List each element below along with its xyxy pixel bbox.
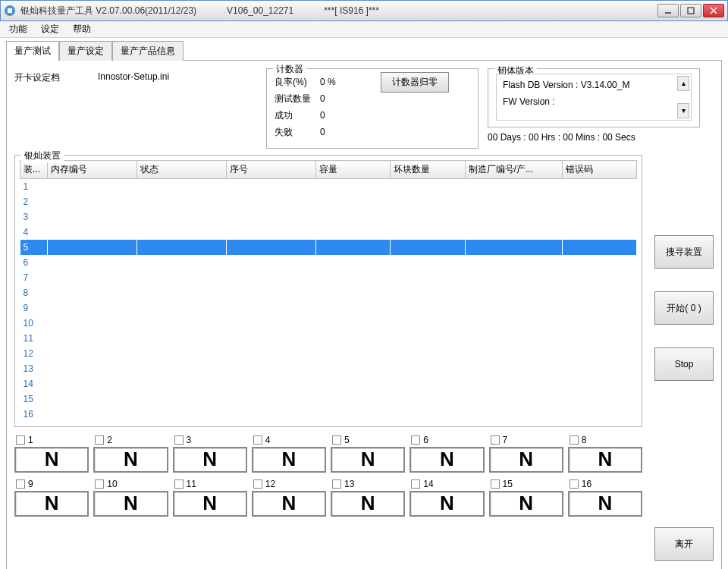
counter-reset-button[interactable]: 计数器归零 [381, 72, 449, 93]
fw-version: FW Version : [503, 94, 685, 111]
table-row[interactable]: 16 [20, 407, 637, 422]
device-col-header[interactable]: 坏块数量 [391, 161, 465, 179]
slot-checkbox[interactable] [491, 435, 500, 445]
slot-status: N [568, 447, 642, 473]
device-col-header[interactable]: 序号 [226, 161, 315, 179]
slot: 4N [252, 433, 326, 473]
device-legend: 银灿装置 [21, 149, 64, 162]
slot-checkbox[interactable] [16, 435, 25, 445]
slot-number: 9 [28, 479, 33, 489]
tab-mp-product[interactable]: 量产产品信息 [112, 41, 184, 61]
tab-mp-setting[interactable]: 量产设定 [59, 41, 112, 61]
slot-number: 3 [187, 435, 192, 445]
device-table: 装...内存编号状态序号容量坏块数量制造厂编号/产...错误码 1 2 3 4 … [20, 160, 637, 422]
slot-checkbox[interactable] [95, 435, 104, 445]
slot: 10N [93, 477, 168, 517]
scroll-up-icon[interactable]: ▴ [677, 76, 689, 91]
slot-status: N [331, 447, 405, 473]
device-col-header[interactable]: 装... [20, 161, 48, 179]
slot: 13N [331, 477, 405, 517]
table-row[interactable]: 5 [20, 240, 637, 255]
slot-number: 8 [582, 435, 587, 445]
slot-checkbox[interactable] [174, 479, 184, 489]
menu-function[interactable]: 功能 [3, 21, 33, 37]
device-fieldset: 银灿装置 装...内存编号状态序号容量坏块数量制造厂编号/产...错误码 1 2… [14, 155, 642, 427]
stop-button[interactable]: Stop [654, 347, 714, 381]
table-row[interactable]: 11 [20, 331, 637, 346]
slot-status: N [93, 447, 168, 473]
slot: 16N [568, 477, 642, 517]
table-row[interactable]: 3 [20, 209, 637, 225]
slot: 8N [568, 433, 642, 473]
slot-number: 11 [187, 479, 196, 489]
start-button[interactable]: 开始( 0 ) [654, 291, 714, 325]
firmware-fieldset: 韧体版本 Flash DB Version : V3.14.00_M FW Ve… [488, 68, 700, 127]
slot-checkbox[interactable] [491, 479, 500, 489]
slot-status: N [252, 491, 326, 517]
slot-checkbox[interactable] [253, 435, 262, 445]
rate-value: 0 % [320, 77, 366, 87]
slot-checkbox[interactable] [411, 479, 420, 489]
slot-checkbox[interactable] [174, 435, 184, 445]
maximize-button[interactable] [680, 4, 701, 17]
tab-mp-test[interactable]: 量产测试 [6, 41, 59, 61]
menu-help[interactable]: 帮助 [67, 21, 97, 37]
table-row[interactable]: 9 [20, 300, 637, 316]
device-col-header[interactable]: 状态 [136, 161, 226, 179]
tested-value: 0 [320, 93, 366, 104]
slot-checkbox[interactable] [570, 435, 579, 445]
exit-button[interactable]: 离开 [654, 527, 714, 561]
tested-label: 测试数量 [275, 93, 320, 105]
slot: 7N [489, 433, 563, 473]
rate-label: 良率(%) [275, 76, 320, 89]
slot-status: N [331, 491, 405, 517]
device-col-header[interactable]: 制造厂编号/产... [465, 161, 562, 179]
side-button-group: 搜寻装置 开始( 0 ) Stop [654, 235, 714, 381]
slot-number: 1 [28, 435, 33, 445]
table-row[interactable]: 15 [20, 391, 637, 407]
setup-file-label: 开卡设定档 [14, 71, 75, 84]
window-title: 银灿科技量产工具 V2.07.00.06(2011/12/23) [20, 5, 196, 17]
table-row[interactable]: 12 [20, 346, 637, 361]
device-col-header[interactable]: 内存编号 [47, 161, 136, 179]
table-row[interactable]: 8 [20, 285, 637, 300]
slot-checkbox[interactable] [411, 435, 420, 445]
setup-file-row: 开卡设定档 Innostor-Setup.ini [14, 68, 257, 84]
device-col-header[interactable]: 错误码 [562, 161, 636, 179]
table-row[interactable]: 13 [20, 361, 637, 376]
slot: 12N [252, 477, 326, 517]
slot: 6N [410, 433, 484, 473]
table-row[interactable]: 6 [20, 255, 637, 270]
window-titlebar: 银灿科技量产工具 V2.07.00.06(2011/12/23) V106_00… [0, 0, 728, 21]
table-row[interactable]: 10 [20, 316, 637, 331]
table-row[interactable]: 7 [20, 270, 637, 285]
slot-status: N [252, 447, 326, 473]
uptime-text: 00 Days : 00 Hrs : 00 Mins : 00 Secs [488, 132, 700, 143]
slot-checkbox[interactable] [332, 479, 341, 489]
scroll-down-icon[interactable]: ▾ [677, 103, 689, 118]
scan-device-button[interactable]: 搜寻装置 [654, 235, 714, 269]
slot-number: 5 [344, 435, 350, 445]
slot-status: N [14, 491, 89, 517]
svg-rect-1 [8, 8, 12, 13]
slot-number: 14 [423, 479, 433, 489]
slot-checkbox[interactable] [16, 479, 25, 489]
setup-file-name: Innostor-Setup.ini [98, 71, 169, 84]
table-row[interactable]: 1 [20, 179, 637, 194]
table-row[interactable]: 14 [20, 376, 637, 391]
app-icon [4, 5, 16, 17]
slot-checkbox[interactable] [570, 479, 579, 489]
close-button[interactable] [703, 4, 724, 17]
tab-strip: 量产测试 量产设定 量产产品信息 [6, 41, 722, 61]
slot-checkbox[interactable] [332, 435, 341, 445]
window-title-suffix: ***[ IS916 ]*** [324, 5, 379, 16]
slot-status: N [410, 491, 484, 517]
table-row[interactable]: 4 [20, 225, 637, 240]
minimize-button[interactable] [657, 4, 679, 17]
menu-settings[interactable]: 设定 [35, 21, 65, 37]
slot-checkbox[interactable] [253, 479, 262, 489]
slot-checkbox[interactable] [95, 479, 104, 489]
device-col-header[interactable]: 容量 [315, 161, 390, 179]
fail-label: 失败 [275, 126, 320, 139]
table-row[interactable]: 2 [20, 194, 637, 209]
